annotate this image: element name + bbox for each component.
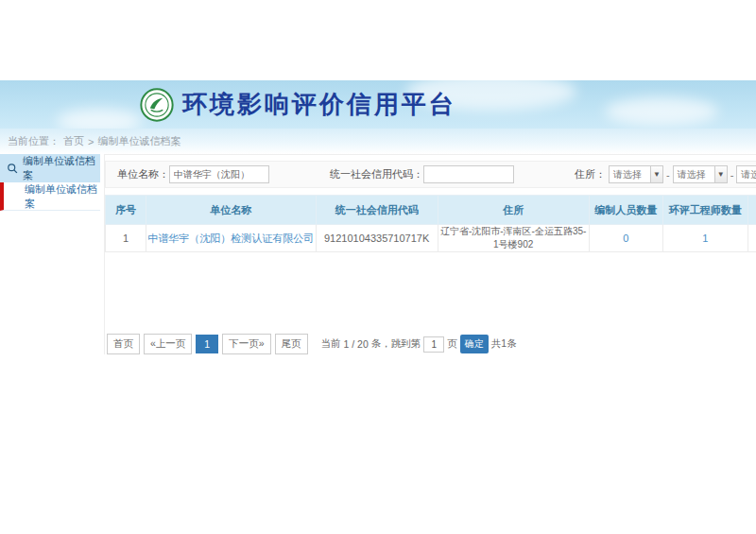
- search-person-icon: [7, 163, 18, 174]
- goto-page-input[interactable]: [423, 336, 444, 353]
- unit-name-input[interactable]: [169, 165, 269, 183]
- chevron-down-icon: ▼: [650, 166, 662, 182]
- cell-status: 正常公开: [747, 225, 756, 252]
- breadcrumb-prefix: 当前位置：: [8, 134, 60, 148]
- current-page-button[interactable]: 1: [196, 335, 218, 353]
- first-page-button[interactable]: 首页: [107, 334, 140, 354]
- site-banner: 环境影响评价信用平台: [0, 80, 756, 129]
- sidebar-header-archives[interactable]: 编制单位诚信档案: [0, 154, 100, 182]
- pager-page-unit: 页: [447, 337, 457, 351]
- breadcrumb-home-link[interactable]: 首页: [63, 134, 84, 148]
- pagination-bar: 首页 «上一页 1 下一页» 尾页 当前 1 / 20 条，跳到第 页 确定 共…: [105, 334, 756, 354]
- pager-total: 共1条: [491, 337, 517, 351]
- breadcrumb-current: 编制单位诚信档案: [97, 134, 180, 148]
- prev-page-button[interactable]: «上一页: [144, 334, 192, 354]
- cell-index: 1: [106, 225, 146, 252]
- staff-count-link[interactable]: 0: [623, 233, 628, 244]
- cloud-decoration: [57, 109, 142, 129]
- credit-code-label: 统一社会信用代码：: [330, 167, 423, 181]
- sidebar-header-label: 编制单位诚信档案: [23, 154, 100, 182]
- col-header-credit-code: 统一社会信用代码: [316, 196, 438, 225]
- platform-logo-icon: [140, 88, 174, 122]
- select-separator: -: [666, 169, 670, 181]
- credit-code-input[interactable]: [423, 165, 514, 183]
- sidebar-item-label: 编制单位诚信档案: [25, 182, 100, 211]
- breadcrumb: 当前位置： 首页 > 编制单位诚信档案: [0, 129, 756, 154]
- address-label: 住所：: [575, 167, 606, 181]
- col-header-engineer-count: 环评工程师数量: [662, 196, 747, 225]
- cell-address: 辽宁省-沈阳市-浑南区-全运五路35-1号楼902: [438, 225, 589, 252]
- cell-credit-code: 91210104335710717K: [316, 225, 438, 252]
- goto-confirm-button[interactable]: 确定: [460, 335, 489, 353]
- sidebar-item-archives[interactable]: 编制单位诚信档案: [0, 182, 100, 211]
- table-row: 1 中谱华宇（沈阳）检测认证有限公司 91210104335710717K 辽宁…: [106, 225, 756, 252]
- unit-name-link[interactable]: 中谱华宇（沈阳）检测认证有限公司: [147, 233, 314, 244]
- city-select-value: 请选择: [674, 168, 714, 181]
- city-select[interactable]: 请选择 ▼: [673, 165, 728, 183]
- pager-fraction: 1 / 20: [344, 338, 369, 350]
- search-toolbar: 单位名称： 统一社会信用代码： 住所： 请选择 ▼ - 请选择 ▼ - 请选择 …: [105, 161, 756, 188]
- select-separator: -: [730, 169, 734, 181]
- table-header-row: 序号 单位名称 统一社会信用代码 住所 编制人员数量 环评工程师数量 当前状态 …: [106, 196, 756, 225]
- page-title: 环境影响评价信用平台: [182, 88, 456, 121]
- last-page-button[interactable]: 尾页: [275, 334, 308, 354]
- col-header-staff-count: 编制人员数量: [589, 196, 662, 225]
- results-table: 序号 单位名称 统一社会信用代码 住所 编制人员数量 环评工程师数量 当前状态 …: [105, 195, 756, 252]
- chevron-down-icon: ▼: [714, 166, 727, 182]
- pager-mid-label: 条，跳到第: [371, 337, 421, 351]
- sidebar: 编制单位诚信档案 编制单位诚信档案: [0, 154, 100, 211]
- province-select-value: 请选择: [610, 168, 650, 181]
- col-header-index: 序号: [106, 196, 146, 225]
- top-whitespace: [0, 0, 756, 80]
- district-select-value: 请选择: [737, 168, 756, 181]
- province-select[interactable]: 请选择 ▼: [609, 165, 663, 183]
- col-header-address: 住所: [438, 196, 589, 225]
- engineer-count-link[interactable]: 1: [702, 233, 708, 244]
- breadcrumb-separator: >: [88, 136, 94, 147]
- unit-name-label: 单位名称：: [117, 167, 169, 181]
- col-header-unit-name: 单位名称: [146, 196, 316, 225]
- cloud-decoration: [605, 97, 718, 126]
- next-page-button[interactable]: 下一页»: [222, 334, 270, 354]
- pager-current-label: 当前: [321, 337, 341, 351]
- content-panel: 单位名称： 统一社会信用代码： 住所： 请选择 ▼ - 请选择 ▼ - 请选择 …: [104, 154, 756, 354]
- col-header-status: 当前状态: [747, 196, 756, 225]
- district-select[interactable]: 请选择 ▼: [736, 165, 756, 183]
